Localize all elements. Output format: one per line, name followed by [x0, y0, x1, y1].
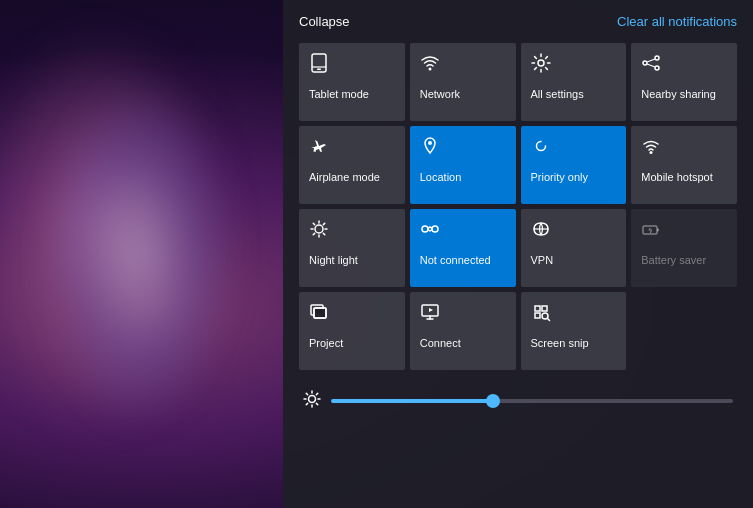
- tile-airplane-mode-label: Airplane mode: [309, 171, 380, 184]
- network-icon: [420, 53, 440, 76]
- tile-connect[interactable]: Connect: [410, 292, 516, 370]
- tile-priority-only-label: Priority only: [531, 171, 588, 184]
- night-light-icon: [309, 219, 329, 242]
- tile-vpn[interactable]: VPN: [521, 209, 627, 287]
- svg-line-41: [316, 393, 317, 394]
- tile-airplane-mode[interactable]: Airplane mode: [299, 126, 405, 204]
- svg-point-34: [309, 396, 316, 403]
- svg-line-9: [647, 64, 655, 67]
- tile-network[interactable]: Network: [410, 43, 516, 121]
- priority-only-icon: [531, 136, 551, 159]
- svg-line-33: [547, 319, 549, 321]
- all-settings-icon: [531, 53, 551, 76]
- clear-notifications-button[interactable]: Clear all notifications: [617, 14, 737, 29]
- tile-night-light[interactable]: Night light: [299, 209, 405, 287]
- not-connected-icon: [420, 219, 440, 242]
- tablet-mode-icon: [309, 53, 329, 76]
- svg-line-42: [306, 403, 307, 404]
- tile-battery-saver-label: Battery saver: [641, 254, 706, 267]
- quick-actions-grid: Tablet mode Network All settings: [299, 43, 737, 370]
- svg-point-5: [643, 61, 647, 65]
- tile-mobile-hotspot[interactable]: Mobile hotspot: [631, 126, 737, 204]
- svg-line-40: [316, 403, 317, 404]
- svg-point-6: [655, 56, 659, 60]
- tile-location-label: Location: [420, 171, 462, 184]
- brightness-control: [299, 390, 737, 412]
- brightness-icon: [303, 390, 321, 412]
- tile-screen-snip[interactable]: Screen snip: [521, 292, 627, 370]
- svg-point-4: [538, 60, 544, 66]
- battery-saver-icon: [641, 219, 661, 242]
- svg-point-3: [428, 68, 431, 71]
- location-icon: [420, 136, 440, 159]
- action-center-header: Collapse Clear all notifications: [299, 14, 737, 29]
- tile-nearby-sharing-label: Nearby sharing: [641, 88, 716, 101]
- svg-rect-25: [657, 229, 659, 232]
- svg-rect-27: [314, 308, 326, 318]
- airplane-mode-icon: [309, 136, 329, 159]
- svg-line-18: [323, 233, 324, 234]
- tile-nearby-sharing[interactable]: Nearby sharing: [631, 43, 737, 121]
- svg-line-8: [647, 59, 655, 62]
- svg-point-21: [422, 226, 428, 232]
- svg-line-39: [306, 393, 307, 394]
- tile-network-label: Network: [420, 88, 460, 101]
- svg-line-17: [313, 223, 314, 224]
- svg-line-19: [323, 223, 324, 224]
- connect-icon: [420, 302, 440, 325]
- tile-screen-snip-label: Screen snip: [531, 337, 589, 350]
- brightness-slider[interactable]: [331, 399, 733, 403]
- action-center: Collapse Clear all notifications Tablet …: [283, 0, 753, 508]
- tile-project[interactable]: Project: [299, 292, 405, 370]
- tile-mobile-hotspot-label: Mobile hotspot: [641, 171, 713, 184]
- svg-point-22: [432, 226, 438, 232]
- tile-not-connected[interactable]: Not connected: [410, 209, 516, 287]
- tile-project-label: Project: [309, 337, 343, 350]
- svg-point-11: [650, 151, 653, 154]
- mobile-hotspot-icon: [641, 136, 661, 159]
- tile-priority-only[interactable]: Priority only: [521, 126, 627, 204]
- tile-tablet-mode[interactable]: Tablet mode: [299, 43, 405, 121]
- tile-all-settings-label: All settings: [531, 88, 584, 101]
- nearby-sharing-icon: [641, 53, 661, 76]
- project-icon: [309, 302, 329, 325]
- screen-snip-icon: [531, 302, 551, 325]
- svg-rect-2: [317, 69, 321, 71]
- svg-point-12: [315, 225, 323, 233]
- svg-line-20: [313, 233, 314, 234]
- tile-not-connected-label: Not connected: [420, 254, 491, 267]
- svg-point-10: [428, 141, 432, 145]
- tile-all-settings[interactable]: All settings: [521, 43, 627, 121]
- tile-night-light-label: Night light: [309, 254, 358, 267]
- tile-vpn-label: VPN: [531, 254, 554, 267]
- tile-tablet-mode-label: Tablet mode: [309, 88, 369, 101]
- tile-location[interactable]: Location: [410, 126, 516, 204]
- tile-connect-label: Connect: [420, 337, 461, 350]
- svg-point-7: [655, 66, 659, 70]
- tile-battery-saver[interactable]: Battery saver: [631, 209, 737, 287]
- vpn-icon: [531, 219, 551, 242]
- collapse-button[interactable]: Collapse: [299, 14, 350, 29]
